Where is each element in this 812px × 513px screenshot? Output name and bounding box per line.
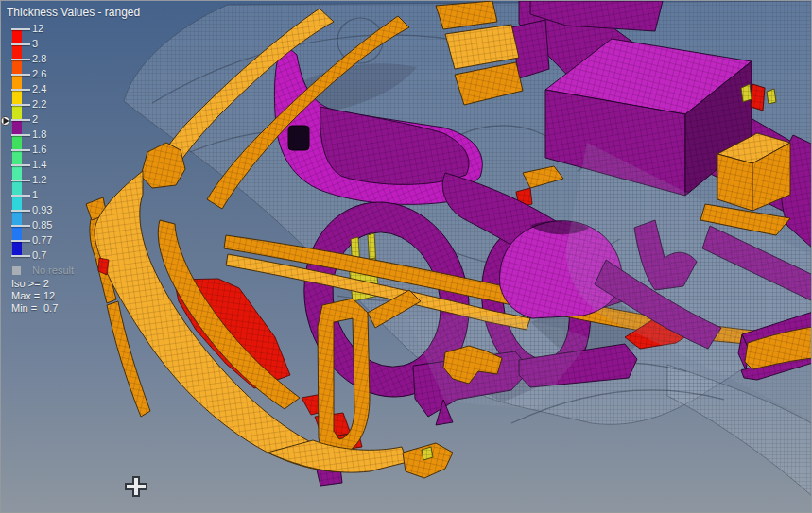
legend-min-value: 0.7 <box>43 302 58 314</box>
legend-tick <box>11 59 30 60</box>
legend-min-line: Min = 0.7 <box>11 302 37 314</box>
legend-tick <box>11 164 30 166</box>
legend-tick <box>11 180 30 181</box>
legend-tick-label: 2.8 <box>32 53 46 64</box>
legend-tick <box>11 28 30 30</box>
legend-tick <box>11 255 30 257</box>
legend-tick <box>11 195 30 197</box>
legend-max-label: Max = <box>11 290 40 301</box>
legend-tick-label: 0.7 <box>32 249 46 261</box>
legend-max-line: Max = 12 <box>11 290 40 301</box>
legend-panel: Thickness Values - ranged 1232.82.62.42.… <box>1 1 190 322</box>
legend-tick <box>11 119 30 121</box>
legend-tick <box>11 43 30 45</box>
legend-tick <box>11 89 30 91</box>
legend-tick <box>11 74 30 76</box>
legend-tick-label: 2 <box>32 113 38 125</box>
legend-tick-label: 2.2 <box>32 98 46 110</box>
legend-tick <box>11 149 30 151</box>
legend-tick <box>11 210 30 212</box>
legend-tick-label: 0.77 <box>32 234 52 246</box>
legend-no-result-swatch <box>12 266 21 275</box>
legend-tick-label: 2.6 <box>32 68 46 79</box>
legend-min-label: Min = <box>11 302 37 314</box>
legend-tick-label: 1.8 <box>32 128 46 140</box>
legend-tick <box>11 134 30 136</box>
legend-tick-label: 1 <box>32 189 38 200</box>
legend-tick-label: 3 <box>32 38 38 49</box>
legend-tick-label: 1.4 <box>32 159 46 170</box>
legend-no-result-label: No result <box>32 265 74 276</box>
legend-tick-label: 2.4 <box>32 83 46 94</box>
legend-max-value: 12 <box>43 290 55 301</box>
legend-tick <box>11 240 30 242</box>
crosshair-cursor <box>126 477 147 496</box>
legend-tick-label: 1.2 <box>32 174 46 185</box>
legend-no-result-row: No result <box>12 265 74 276</box>
legend-tick-label: 12 <box>32 23 43 34</box>
legend-tick-label: 0.85 <box>32 219 52 231</box>
legend-iso-line: Iso >= 2 <box>11 278 49 289</box>
legend-tick <box>11 104 30 106</box>
post-processor-viewport[interactable]: Thickness Values - ranged 1232.82.62.42.… <box>0 0 812 513</box>
legend-tick-label: 0.93 <box>32 204 52 215</box>
legend-tick <box>11 225 30 227</box>
legend-tick-label: 1.6 <box>32 144 46 155</box>
